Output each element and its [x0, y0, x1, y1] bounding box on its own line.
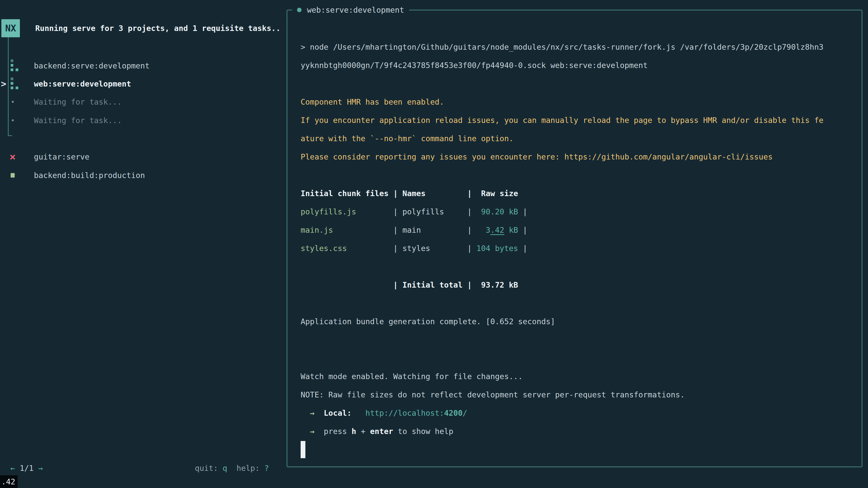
terminal-cursor[interactable]	[301, 441, 305, 458]
task-row-waiting-1[interactable]: Waiting for task...	[0, 93, 285, 111]
pipe: |	[467, 225, 472, 234]
col-header-files: Initial chunk files	[301, 184, 393, 203]
task-output-panel-title: web:serve:development	[292, 3, 409, 17]
pipe: |	[523, 244, 527, 253]
chunk-size-int: 3	[486, 225, 490, 234]
pipe: |	[393, 189, 398, 198]
pipe: |	[393, 244, 398, 253]
url-base: http://localhost:	[366, 409, 444, 418]
chunk-size: 104 bytes	[472, 239, 523, 258]
help-label: help:	[237, 464, 259, 473]
pipe: |	[467, 281, 472, 289]
total-label: Initial total	[398, 276, 467, 294]
local-url[interactable]: http://localhost:4200/	[366, 409, 467, 418]
task-label: guitar:serve	[34, 152, 90, 161]
task-label: backend:build:production	[34, 171, 145, 180]
task-row-guitar-serve[interactable]: × guitar:serve	[0, 148, 285, 166]
chunk-file: main.js	[301, 221, 393, 239]
panel-title-text: web:serve:development	[307, 5, 404, 14]
note-line: NOTE: Raw file sizes do not reflect deve…	[301, 386, 848, 404]
task-row-web-serve[interactable]: > web:serve:development	[0, 74, 285, 93]
nx-logo: NX	[1, 19, 20, 37]
watch-mode-line: Watch mode enabled. Watching for file ch…	[301, 367, 848, 386]
blank-line	[301, 294, 848, 313]
waiting-dot-icon	[12, 119, 14, 121]
blank-line	[301, 74, 848, 93]
chunk-name: styles	[398, 239, 467, 258]
pager-left-arrow-icon[interactable]: ←	[10, 464, 15, 473]
local-label: Local:	[324, 409, 351, 418]
chunk-size: 3.42 kB	[472, 221, 523, 239]
pipe: |	[393, 207, 398, 216]
pager-position	[15, 464, 20, 473]
quit-label: quit:	[195, 464, 218, 473]
task-row-waiting-2[interactable]: Waiting for task...	[0, 111, 285, 129]
hmr-warning-line: ature with the `--no-hmr` command line o…	[301, 129, 848, 148]
chunk-table-header: Initial chunk files|Names|Raw size	[301, 184, 848, 203]
total-size: 93.72 kB	[472, 276, 523, 294]
task-output-log: > node /Users/mhartington/Github/guitars…	[301, 38, 848, 459]
pipe: |	[467, 244, 472, 253]
hmr-warning-line: Please consider reporting any issues you…	[301, 148, 848, 166]
cmd-line-2: yyknnbtgh0000gn/T/9f4c243785f8453e3f00/f…	[301, 56, 848, 74]
url-port: 4200	[444, 409, 463, 418]
hmr-warning-line: If you encounter application reload issu…	[301, 111, 848, 129]
chunk-file: styles.css	[301, 239, 393, 258]
arrow-icon: →	[310, 427, 314, 436]
quit-key[interactable]: q	[223, 464, 227, 473]
spinner-icon	[11, 77, 20, 90]
spinner-icon	[11, 59, 20, 72]
chunk-table-total-row: |Initial total|93.72 kB	[301, 276, 848, 294]
hint-text: +	[356, 427, 370, 436]
hint-key-enter: enter	[370, 427, 393, 436]
blank-line	[301, 349, 848, 367]
chunk-file: polyfills.js	[301, 203, 393, 221]
pager-spacer	[33, 464, 38, 473]
chunk-table-row: main.js|main|3.42 kB|	[301, 221, 848, 239]
pipe: |	[523, 207, 527, 216]
pager-right-arrow-icon[interactable]: →	[38, 464, 43, 473]
chunk-table-row: polyfills.js|polyfills|90.20 kB|	[301, 203, 848, 221]
hint-spacer	[227, 464, 237, 473]
failed-x-icon: ×	[9, 152, 16, 162]
pipe: |	[467, 189, 472, 198]
col-header-size: Raw size	[472, 184, 523, 203]
help-hint-line: →press h + enter to show help	[301, 422, 848, 441]
hint-key-h: h	[351, 427, 356, 436]
hmr-warning-line: Component HMR has been enabled.	[301, 93, 848, 111]
keyboard-hints: quit: q help: ?	[195, 459, 269, 477]
cursor-line	[301, 441, 848, 459]
task-row-backend-build[interactable]: backend:build:production	[0, 166, 285, 184]
chunk-table-row: styles.css|styles|104 bytes|	[301, 239, 848, 258]
arrow-icon: →	[310, 409, 314, 418]
chunk-size: 90.20 kB	[472, 203, 523, 221]
task-group-bracket-foot	[8, 135, 12, 136]
cmd-line-1: > node /Users/mhartington/Github/guitars…	[301, 38, 848, 56]
hint-spacer	[218, 464, 222, 473]
selection-caret-icon: >	[1, 78, 6, 89]
url-slash: /	[463, 409, 467, 418]
hint-text: to show help	[393, 427, 453, 436]
waiting-dot-icon	[12, 101, 14, 103]
pipe: |	[523, 225, 527, 234]
col-header-names: Names	[398, 184, 467, 203]
task-label: Waiting for task...	[34, 97, 122, 106]
help-key[interactable]: ?	[264, 464, 269, 473]
blank-line	[301, 331, 848, 349]
pipe: |	[393, 281, 398, 289]
bundle-complete-line: Application bundle generation complete. …	[301, 313, 848, 331]
hint-spacer	[260, 464, 264, 473]
task-label: backend:serve:development	[34, 61, 150, 70]
pager-count: 1/1	[20, 464, 33, 473]
success-square-icon	[11, 173, 15, 177]
task-label: web:serve:development	[34, 79, 131, 88]
pipe: |	[467, 207, 472, 216]
chunk-size-changed: .42	[490, 225, 504, 234]
blank-line	[301, 258, 848, 276]
render-artifact-text: .42	[0, 475, 18, 488]
task-label: Waiting for task...	[34, 116, 122, 125]
chunk-name: polyfills	[398, 203, 467, 221]
task-row-backend-serve[interactable]: backend:serve:development	[0, 57, 285, 75]
local-server-line: →Local:http://localhost:4200/	[301, 404, 848, 422]
blank-line	[301, 166, 848, 184]
